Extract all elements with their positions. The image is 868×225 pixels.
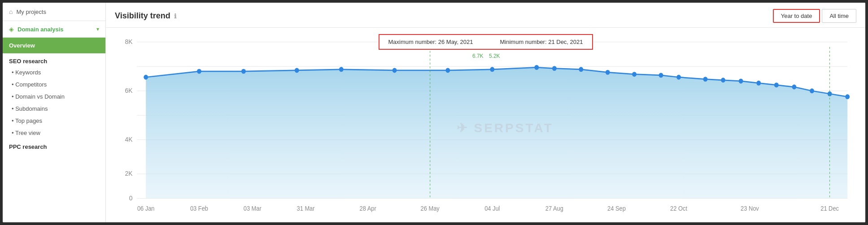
svg-text:27 Aug: 27 Aug: [545, 205, 563, 212]
my-projects-item[interactable]: ⌂ My projects: [9, 8, 99, 15]
svg-text:6K: 6K: [125, 87, 133, 94]
data-point: [490, 67, 494, 72]
data-point: [295, 68, 299, 73]
data-point: [144, 75, 148, 80]
data-point: [534, 65, 539, 70]
data-point: [676, 75, 681, 80]
data-point: [739, 79, 743, 84]
ppc-research-header: PPC research: [3, 139, 105, 152]
page-title: Visibility trend ℹ: [115, 11, 176, 21]
data-point: [810, 88, 814, 93]
svg-text:26 May: 26 May: [421, 205, 440, 212]
data-point: [659, 73, 663, 78]
sidebar-item-domain-vs-domain[interactable]: • Domain vs Domain: [3, 91, 105, 103]
svg-text:06 Jan: 06 Jan: [137, 205, 155, 212]
sidebar-item-keywords[interactable]: • Keywords: [3, 66, 105, 78]
sidebar-item-tree-view[interactable]: • Tree view: [3, 127, 105, 139]
data-point: [703, 77, 707, 82]
my-projects-label: My projects: [16, 9, 46, 15]
svg-text:8K: 8K: [125, 38, 133, 46]
sidebar-top: ⌂ My projects: [3, 3, 105, 21]
svg-text:04 Jul: 04 Jul: [484, 205, 500, 212]
svg-text:2K: 2K: [125, 170, 133, 177]
data-point: [197, 69, 201, 74]
min-value-label: 5.2K: [489, 53, 500, 59]
data-point: [845, 94, 850, 99]
max-value-label: 6.7K: [472, 53, 484, 59]
data-point: [792, 85, 796, 90]
data-point: [774, 82, 779, 87]
chevron-down-icon: ▾: [96, 26, 99, 32]
domain-analysis-item[interactable]: ◈ Domain analysis ▾: [3, 21, 105, 38]
svg-text:31 Mar: 31 Mar: [297, 205, 315, 212]
domain-analysis-icon: ◈: [9, 26, 14, 33]
chart-area: [146, 67, 847, 198]
chart-svg: 8K 6K 4K 2K 0: [110, 32, 856, 218]
home-icon: ⌂: [9, 8, 13, 15]
data-point: [756, 81, 761, 86]
data-point: [632, 72, 637, 77]
svg-text:21 Dec: 21 Dec: [820, 205, 839, 212]
chart-container: Maximum number: 26 May, 2021 Minimum num…: [106, 28, 865, 222]
data-point: [606, 70, 610, 75]
main-content: Visibility trend ℹ Year to date All time…: [106, 3, 865, 222]
data-point: [579, 67, 583, 72]
svg-text:03 Mar: 03 Mar: [244, 205, 262, 212]
svg-text:0: 0: [129, 194, 133, 202]
info-icon: ℹ: [174, 13, 176, 20]
all-time-button[interactable]: All time: [822, 9, 856, 23]
max-label: Maximum number: 26 May, 2021: [388, 39, 473, 45]
sidebar: ⌂ My projects ◈ Domain analysis ▾ Overvi…: [3, 3, 106, 222]
seo-research-header: SEO research: [3, 53, 105, 66]
data-point: [339, 67, 344, 72]
tooltip-box: Maximum number: 26 May, 2021 Minimum num…: [378, 34, 593, 50]
data-point: [241, 69, 246, 74]
sidebar-item-top-pages[interactable]: • Top pages: [3, 115, 105, 127]
svg-text:23 Nov: 23 Nov: [741, 205, 759, 212]
svg-text:28 Apr: 28 Apr: [360, 205, 377, 212]
svg-text:22 Oct: 22 Oct: [670, 205, 687, 212]
domain-analysis-label: Domain analysis: [17, 26, 93, 33]
sidebar-item-competitors[interactable]: • Competitors: [3, 78, 105, 91]
data-point: [552, 66, 557, 71]
date-buttons: Year to date All time: [773, 9, 856, 23]
svg-text:24 Sep: 24 Sep: [607, 205, 626, 212]
data-point: [445, 68, 450, 73]
min-label: Minimum number: 21 Dec, 2021: [500, 39, 583, 45]
sidebar-item-overview[interactable]: Overview: [3, 38, 105, 53]
sidebar-item-subdomains[interactable]: • Subdomains: [3, 103, 105, 115]
svg-text:03 Feb: 03 Feb: [190, 205, 208, 212]
svg-text:4K: 4K: [125, 135, 133, 143]
overview-label: Overview: [9, 42, 35, 49]
data-point: [393, 68, 397, 73]
main-header: Visibility trend ℹ Year to date All time: [106, 3, 865, 28]
year-to-date-button[interactable]: Year to date: [773, 9, 820, 23]
data-point: [721, 78, 725, 82]
